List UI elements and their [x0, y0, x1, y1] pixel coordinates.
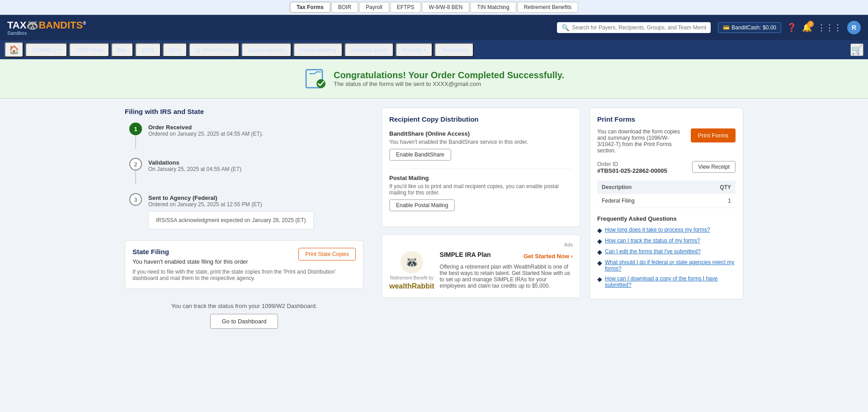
faq-link-3[interactable]: Can I edit the forms that I've submitted… — [605, 248, 701, 255]
go-to-dashboard-button[interactable]: Go to Dashboard — [210, 314, 278, 329]
logo-text: TAX🦝BANDITS® — [7, 19, 86, 31]
step-3-content: Sent to Agency (Federal) Ordered on Janu… — [148, 193, 314, 229]
view-receipt-button[interactable]: View Receipt — [692, 161, 736, 173]
faq-item-2: ◆ How can I track the status of my forms… — [597, 237, 736, 245]
nav-print-forms[interactable]: 🖨 Print Forms — [189, 43, 240, 57]
ad-title: SIMPLE IRA Plan — [440, 251, 491, 258]
banditcash-label: BanditCash: $0.00 — [731, 24, 776, 31]
enable-postal-mailing-button[interactable]: Enable Postal Mailing — [389, 199, 455, 211]
cart-button[interactable]: 🛒 — [850, 43, 863, 56]
faq-item-4: ◆ What should I do if federal or state a… — [597, 259, 736, 272]
success-banner: Congratulations! Your Order Completed Su… — [0, 59, 868, 99]
state-filing-header: State Filing You haven't enabled state f… — [132, 248, 356, 265]
recipient-panel: Recipient Copy Distribution BanditShare … — [373, 108, 590, 333]
nav-postal-mailing[interactable]: Postal Mailing — [293, 43, 343, 57]
success-subtitle: The status of the forms will be sent to … — [334, 81, 564, 87]
irs-ack-box: IRS/SSA acknowledgment expected on Janua… — [148, 211, 314, 229]
tab-payroll[interactable]: Payroll — [359, 2, 389, 13]
order-id-value: #TBS01-025-22862-00005 — [597, 167, 667, 174]
faq-link-5[interactable]: How can I download a copy of the forms I… — [605, 275, 736, 288]
tab-retirement[interactable]: Retirement Benefits — [517, 2, 578, 13]
nav-menu: 🏠 1099/W-2 ▾ 1099 Txns 94x 1042 ACA 🖨 Pr… — [0, 40, 868, 59]
order-id-row: Order ID #TBS01-025-22862-00005 View Rec… — [597, 161, 736, 174]
faq-link-1[interactable]: How long does it take to process my form… — [605, 227, 710, 233]
top-tabs-bar: Tax Forms BOIR Payroll EFTPS W-9/W-8 BEN… — [0, 0, 868, 15]
nav-online-access[interactable]: Online Access — [241, 43, 291, 57]
avatar[interactable]: R — [847, 21, 861, 34]
get-started-label: Get Started Now — [524, 253, 569, 260]
tab-w9[interactable]: W-9/W-8 BEN — [422, 2, 469, 13]
main-content: Filing with IRS and State 1 Order Receiv… — [118, 99, 750, 342]
nav-reports-label: Reports — [402, 47, 423, 53]
success-text: Congratulations! Your Order Completed Su… — [334, 70, 564, 87]
step-2-detail: On January 25, 2025 at 04:55 AM (ET) — [148, 166, 241, 172]
diamond-icon: ◆ — [597, 248, 602, 256]
notification-badge: 2 — [807, 21, 814, 27]
faq-item-5: ◆ How can I download a copy of the forms… — [597, 275, 736, 288]
search-input[interactable] — [572, 24, 706, 31]
faq-link-4[interactable]: What should I do if federal or state age… — [605, 259, 736, 272]
print-state-copies-button[interactable]: Print State Copies — [298, 248, 356, 260]
step-3-label: Sent to Agency (Federal) — [148, 194, 314, 201]
step-1-detail: Ordered on January 25, 2025 at 04:55 AM … — [148, 131, 263, 137]
print-forms-button[interactable]: Print Forms — [691, 128, 736, 142]
tab-tin-matching[interactable]: TIN Matching — [470, 2, 516, 13]
row-qty: 1 — [690, 194, 736, 208]
ad-description: Offering a retirement plan with WealthRa… — [440, 264, 573, 289]
nav-94x[interactable]: 94x — [111, 43, 133, 57]
postal-mailing-description: If you'd like us to print and mail recip… — [389, 183, 573, 196]
faq-link-2[interactable]: How can I track the status of my forms? — [605, 237, 700, 244]
banditshare-description: You haven't enabled the BanditShare serv… — [389, 139, 573, 145]
get-started-link[interactable]: Get Started Now › — [524, 253, 573, 260]
print-forms-section: Print Forms You can download the form co… — [590, 108, 743, 299]
enable-banditshare-button[interactable]: Enable BanditShare — [389, 149, 451, 161]
state-filing-title: State Filing — [132, 248, 248, 256]
nav-aca[interactable]: ACA — [163, 43, 188, 57]
state-filing-description: You haven't enabled state filing for thi… — [132, 258, 248, 265]
notifications-button[interactable]: 🔔 2 — [802, 23, 812, 33]
divider — [389, 169, 573, 169]
apps-button[interactable]: ⋮⋮⋮ — [817, 23, 842, 33]
help-button[interactable]: ❓ — [787, 23, 797, 33]
postal-mailing-item: Postal Mailing If you'd like us to print… — [389, 175, 573, 211]
faq-title: Frequently Asked Questions — [597, 215, 736, 222]
chevron-down-icon: ▾ — [59, 47, 61, 52]
diamond-icon: ◆ — [597, 227, 602, 234]
ad-content: 🦝 Retirement Benefit by wealthRabbit SIM… — [389, 251, 573, 290]
step-1-dot: 1 — [129, 123, 142, 135]
nav-1042[interactable]: 1042 — [135, 43, 161, 57]
ad-logo-area: 🦝 Retirement Benefit by wealthRabbit — [389, 251, 434, 290]
order-id-block: Order ID #TBS01-025-22862-00005 — [597, 161, 667, 174]
nav-address-book[interactable]: Address Book — [344, 43, 394, 57]
print-forms-description: You can download the form copies and sum… — [597, 128, 686, 154]
nav-1099-w2[interactable]: 1099/W-2 ▾ — [25, 43, 67, 57]
nav-templates[interactable]: Templates — [434, 43, 474, 57]
ad-by-label: Retirement Benefit by — [390, 275, 434, 280]
timeline-step-2: 2 Validations On January 25, 2025 at 04:… — [129, 158, 363, 184]
tab-eftps[interactable]: EFTPS — [390, 2, 421, 13]
irs-ack-text: IRS/SSA acknowledgment expected on Janua… — [156, 217, 306, 223]
success-icon — [304, 67, 326, 90]
logo-reg: ® — [83, 21, 86, 26]
chevron-down-icon: ▾ — [424, 47, 426, 52]
filing-timeline: 1 Order Received Ordered on January 25, … — [125, 123, 363, 229]
nav-home[interactable]: 🏠 — [5, 42, 24, 57]
nav-print-label: Print Forms — [203, 47, 233, 53]
diamond-icon: ◆ — [597, 275, 602, 283]
recipient-section: Recipient Copy Distribution BanditShare … — [382, 108, 580, 227]
printer-icon: 🖨 — [195, 47, 201, 53]
tab-boir[interactable]: BOIR — [331, 2, 358, 13]
search-bar[interactable]: 🔍 — [557, 22, 711, 33]
success-title: Congratulations! Your Order Completed Su… — [334, 70, 564, 81]
print-forms-title: Print Forms — [597, 115, 736, 123]
step-2-dot: 2 — [129, 158, 142, 170]
nav-reports[interactable]: Reports ▾ — [396, 43, 433, 57]
filing-panel: Filing with IRS and State 1 Order Receiv… — [125, 108, 373, 333]
timeline-step-3: 3 Sent to Agency (Federal) Ordered on Ja… — [129, 193, 363, 229]
nav-1099txns[interactable]: 1099 Txns — [69, 43, 109, 57]
search-icon: 🔍 — [561, 24, 569, 31]
banditcash-button[interactable]: 💳 BanditCash: $0.00 — [718, 22, 781, 33]
tab-tax-forms[interactable]: Tax Forms — [290, 2, 330, 13]
faq-section: Frequently Asked Questions ◆ How long do… — [597, 215, 736, 288]
right-panel: Print Forms You can download the form co… — [590, 108, 743, 333]
